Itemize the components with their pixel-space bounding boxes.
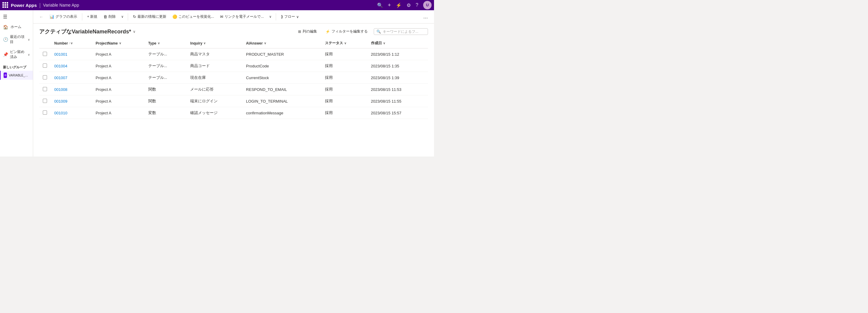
record-link[interactable]: 001009: [54, 99, 67, 104]
cell-type: 関数: [145, 84, 187, 95]
row-checkbox-cell[interactable]: [39, 84, 51, 95]
record-link[interactable]: 001004: [54, 64, 67, 68]
search-box[interactable]: 🔍: [374, 28, 428, 35]
cell-status: 採用: [321, 48, 367, 60]
view-title-chevron-icon[interactable]: ∨: [133, 30, 135, 34]
col-header-type[interactable]: Type ∨: [145, 38, 187, 48]
cell-number: 001010: [51, 107, 92, 119]
cell-createdat: 2023/08/15 11:55: [367, 95, 428, 107]
records-table: Number ↑∨ ProjectName ∨: [39, 38, 428, 119]
delete-icon: 🗑: [103, 14, 107, 19]
add-icon[interactable]: +: [388, 2, 391, 8]
col-header-number[interactable]: Number ↑∨: [51, 38, 92, 48]
filter-icon[interactable]: ⚡: [396, 2, 402, 8]
table-row: 001001 Project A テーブル... 商品マスタ PRODUCT_M…: [39, 48, 428, 60]
main-content: ← 📊 グラフの表示 + 新規 🗑 削除 ∨ ↻ 最新の情報に更新 🟡: [33, 10, 434, 156]
recent-chevron-icon: ∨: [28, 38, 30, 41]
record-link[interactable]: 001001: [54, 52, 67, 57]
cell-number: 001008: [51, 84, 92, 95]
cell-status: 採用: [321, 60, 367, 72]
row-checkbox-cell[interactable]: [39, 48, 51, 60]
apps-grid-icon[interactable]: [2, 2, 8, 8]
edit-filter-button[interactable]: ⚡ フィルターを編集する: [323, 28, 370, 35]
delete-chevron[interactable]: ∨: [119, 13, 125, 20]
cell-createdat: 2023/08/15 1:12: [367, 48, 428, 60]
cell-projectname: Project A: [92, 48, 144, 60]
table-row: 001009 Project A 関数 端末にログイン LOGIN_TO_TER…: [39, 95, 428, 107]
new-button[interactable]: + 新規: [85, 13, 100, 21]
sidebar-item-pinned[interactable]: 📌 ピン留め済み ∨: [0, 47, 33, 62]
toolbar-sep-1: [82, 13, 82, 21]
toolbar-sep-2: [128, 13, 128, 21]
email-icon: ✉: [220, 14, 223, 19]
col-header-projectname[interactable]: ProjectName ∨: [92, 38, 144, 48]
cell-inquiry: 商品コード: [187, 60, 242, 72]
edit-columns-button[interactable]: ⊞ 列の編集: [296, 28, 319, 35]
app-name: Power Apps: [11, 3, 37, 8]
cell-number: 001007: [51, 72, 92, 84]
col-header-status[interactable]: ステータス ∨: [321, 38, 367, 48]
sidebar-recent-label: 最近の項目: [10, 34, 26, 44]
row-checkbox[interactable]: [43, 75, 47, 79]
sidebar-item-app[interactable]: ⚙ VARIABLE_NAME_RE...: [0, 71, 33, 80]
row-checkbox-cell[interactable]: [39, 107, 51, 119]
table-row: 001007 Project A テーブル... 現在在庫 CurrentSto…: [39, 72, 428, 84]
cell-number: 001001: [51, 48, 92, 60]
search-input[interactable]: [383, 30, 425, 34]
app-icon: ⚙: [4, 73, 7, 78]
row-checkbox[interactable]: [43, 99, 47, 103]
avatar[interactable]: U: [423, 1, 432, 9]
refresh-button[interactable]: ↻ 最新の情報に更新: [130, 13, 169, 21]
record-link[interactable]: 001007: [54, 75, 67, 80]
sidebar: ☰ 🏠 ホーム 🕐 最近の項目 ∨ 📌 ピン留め済み ∨ 新しいグループ ⚙ V…: [0, 10, 33, 156]
cell-type: テーブル...: [145, 72, 187, 84]
row-checkbox[interactable]: [43, 110, 47, 115]
page-title: Variable Name App: [43, 3, 79, 7]
flow-button[interactable]: ⟫ フロー ∨: [278, 13, 301, 21]
cell-status: 採用: [321, 72, 367, 84]
col-header-aianswer[interactable]: AIAnswer ∨: [242, 38, 321, 48]
cell-projectname: Project A: [92, 60, 144, 72]
row-checkbox-cell[interactable]: [39, 72, 51, 84]
cell-inquiry: 商品マスタ: [187, 48, 242, 60]
cell-aianswer: RESPOND_TO_EMAIL: [242, 84, 321, 95]
delete-button[interactable]: 🗑 削除: [101, 13, 118, 21]
sidebar-item-recent[interactable]: 🕐 最近の項目 ∨: [0, 32, 33, 47]
row-checkbox[interactable]: [43, 52, 47, 56]
select-all-header[interactable]: [39, 38, 51, 48]
cell-type: テーブル...: [145, 60, 187, 72]
cell-type: 関数: [145, 95, 187, 107]
hamburger-icon[interactable]: ☰: [0, 11, 33, 22]
row-checkbox[interactable]: [43, 87, 47, 91]
sidebar-app-label: VARIABLE_NAME_RE...: [9, 74, 30, 77]
email-button[interactable]: ✉ リンクを電子メールで...: [218, 13, 266, 21]
email-chevron[interactable]: ∨: [267, 13, 273, 20]
home-icon: 🏠: [3, 25, 8, 30]
table-row: 001010 Project A 変数 確認メッセージ confirmation…: [39, 107, 428, 119]
sidebar-home-label: ホーム: [10, 24, 22, 30]
cell-type: テーブル...: [145, 48, 187, 60]
graph-button[interactable]: 📊 グラフの表示: [47, 13, 80, 21]
back-button[interactable]: ←: [37, 13, 46, 21]
col-header-createdat[interactable]: 作成日 ∨: [367, 38, 428, 48]
settings-icon[interactable]: ⚙: [407, 2, 411, 8]
visualize-button[interactable]: 🟡 このビューを視覚化...: [170, 13, 216, 21]
view-header: アクティブなVariableNameRecords* ∨ ⊞ 列の編集 ⚡ フィ…: [33, 24, 434, 38]
search-box-icon: 🔍: [376, 30, 381, 34]
cell-aianswer: ProductCode: [242, 60, 321, 72]
cell-status: 採用: [321, 84, 367, 95]
cell-number: 001004: [51, 60, 92, 72]
cell-status: 採用: [321, 107, 367, 119]
top-nav-right: 🔍 + ⚡ ⚙ ? U: [377, 1, 432, 9]
col-header-inquiry[interactable]: Inquiry ∨: [187, 38, 242, 48]
more-options-button[interactable]: …: [421, 13, 430, 21]
search-icon[interactable]: 🔍: [377, 2, 383, 8]
row-checkbox-cell[interactable]: [39, 60, 51, 72]
row-checkbox[interactable]: [43, 64, 47, 68]
help-icon[interactable]: ?: [415, 2, 418, 8]
sidebar-group-label: 新しいグループ: [0, 62, 33, 71]
sidebar-item-home[interactable]: 🏠 ホーム: [0, 22, 33, 32]
record-link[interactable]: 001010: [54, 111, 67, 115]
record-link[interactable]: 001008: [54, 87, 67, 92]
row-checkbox-cell[interactable]: [39, 95, 51, 107]
